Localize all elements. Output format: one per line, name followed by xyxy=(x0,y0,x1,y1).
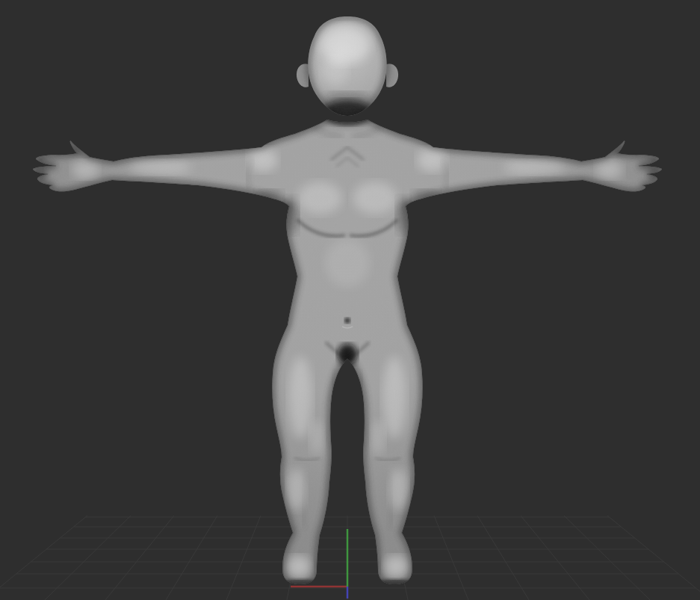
sculpt-scratch-texture xyxy=(0,0,700,600)
figure-shading xyxy=(0,0,700,600)
sculpt-viewport[interactable] xyxy=(0,0,700,600)
sculpted-figure[interactable] xyxy=(0,0,700,600)
